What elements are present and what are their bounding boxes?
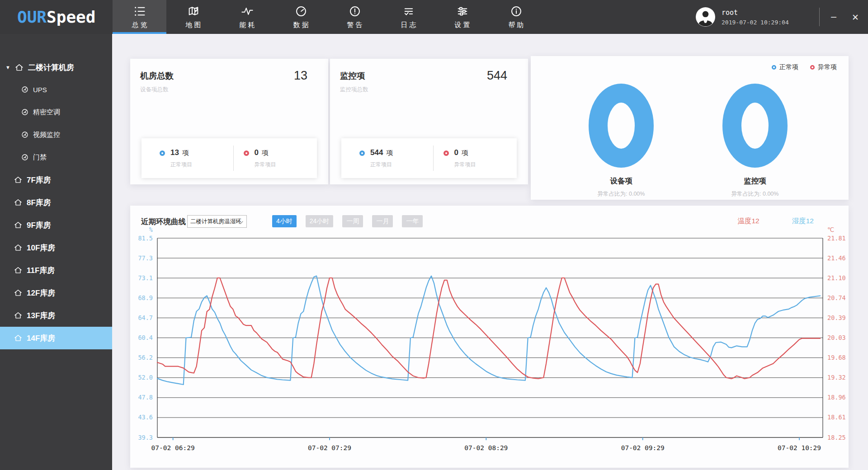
stat-texts: 0项异常项目 (255, 148, 276, 169)
tab-label: 警告 (345, 21, 364, 29)
stat-count: 13 (170, 148, 179, 157)
tab-label: 地图 (184, 21, 203, 29)
alert-icon (349, 5, 361, 18)
tab-label: 能耗 (238, 21, 257, 29)
sidebar-item-video-monitoring[interactable]: 视频监控 (0, 123, 112, 146)
logo-our: OUR (17, 8, 47, 26)
stat-label: 正常项目 (170, 161, 192, 169)
legend-item-abnormal[interactable]: 异常项 (810, 63, 837, 71)
donut-panel: 正常项异常项 设备项异常占比为: 0.00%监控项异常占比为: 0.00% (531, 56, 849, 200)
stat-label: 正常项目 (370, 161, 393, 169)
donut-label: 设备项 (571, 176, 671, 186)
y-right-tick: 21.46 (827, 254, 846, 262)
y-left-tick: 73.1 (138, 274, 153, 282)
y-right-tick: 21.10 (827, 274, 846, 282)
sidebar-item-label: 9F库房 (27, 220, 51, 230)
sidebar-item-10f[interactable]: 10F库房 (0, 236, 112, 259)
y-right-tick: 20.39 (827, 314, 846, 321)
logo-speed: Speed (47, 8, 95, 26)
y-right-tick: 20.74 (827, 294, 846, 301)
abnormal-ring-icon (244, 150, 249, 156)
sidebar-item-label: 7F库房 (27, 175, 51, 185)
home-icon (14, 243, 23, 252)
tab-overview[interactable]: 总览 (113, 0, 166, 34)
tab-energy[interactable]: 能耗 (220, 0, 274, 34)
y-right-tick: 18.25 (827, 434, 846, 441)
home-icon (14, 334, 23, 343)
y-left-tick: 64.7 (138, 314, 153, 321)
close-button[interactable]: ✕ (846, 0, 864, 34)
abnormal-stat: 0项异常项目 (434, 148, 517, 169)
legend-label: 异常项 (818, 63, 837, 71)
tab-alert[interactable]: 警告 (328, 0, 382, 34)
gauge-icon (295, 5, 307, 18)
card-subtitle: 监控项总数 (340, 86, 528, 94)
tab-label: 总览 (130, 21, 149, 29)
monitor-donut-ring (705, 82, 805, 171)
x-tick-label: 07-02 06:29 (151, 444, 195, 451)
ourspeed-logo: OURSpeed (17, 0, 95, 34)
tab-settings[interactable]: 设置 (435, 0, 489, 34)
sliders-icon (456, 5, 469, 18)
tab-map[interactable]: 地图 (166, 0, 220, 34)
stat-count-line: 0项 (255, 148, 276, 157)
stat-count: 0 (255, 148, 259, 157)
sidebar: ▼二楼计算机房UPS精密空调视频监控门禁7F库房8F库房9F库房10F库房11F… (0, 34, 112, 470)
sidebar-item-label: 8F库房 (27, 197, 51, 208)
x-tick-label: 07-02 07:29 (308, 444, 351, 451)
sidebar-item-12f[interactable]: 12F库房 (0, 282, 112, 304)
monitor-donut: 监控项异常占比为: 0.00% (705, 82, 805, 198)
legend-item-normal[interactable]: 正常项 (772, 63, 798, 71)
stat-count: 0 (454, 148, 458, 157)
tab-data[interactable]: 数据 (274, 0, 328, 34)
minimize-button[interactable]: ─ (825, 0, 843, 34)
summary-card-monitor-items: 监控项监控项总数544544项正常项目0项异常项目 (330, 59, 528, 184)
sidebar-item-label: UPS (33, 86, 47, 94)
home-icon (14, 198, 23, 207)
sidebar-item-13f[interactable]: 13F库房 (0, 304, 112, 327)
stat-label: 异常项目 (255, 161, 276, 169)
donut-label: 监控项 (705, 176, 805, 186)
home-icon (14, 288, 23, 297)
sidebar-item-door-access[interactable]: 门禁 (0, 146, 112, 169)
sidebar-item-7f[interactable]: 7F库房 (0, 169, 112, 191)
sidebar-item-label: 12F库房 (27, 288, 55, 298)
home-icon (14, 221, 23, 230)
stat-texts: 544项正常项目 (370, 148, 393, 169)
sidebar-item-11f[interactable]: 11F库房 (0, 259, 112, 282)
list-icon (133, 5, 146, 18)
log-icon (402, 5, 415, 18)
dial-icon (21, 131, 29, 139)
user-datetime: 2019-07-02 10:29:04 (722, 19, 789, 26)
x-tick-label: 07-02 09:29 (621, 444, 665, 451)
tab-help[interactable]: 帮助 (489, 0, 543, 34)
map-icon (187, 5, 200, 18)
sidebar-item-ups[interactable]: UPS (0, 78, 112, 101)
dial-icon (21, 85, 29, 94)
donut-legend: 正常项异常项 (772, 63, 837, 71)
user-block[interactable]: root 2019-07-02 10:29:04 (695, 7, 789, 27)
stat-count-line: 0项 (454, 148, 476, 157)
triangle-down-icon: ▼ (5, 65, 11, 70)
y-right-tick: 19.68 (827, 354, 846, 361)
home-icon (14, 266, 23, 275)
y-left-unit: % (149, 226, 153, 233)
normal-ring-icon (359, 150, 365, 156)
sidebar-item-label: 精密空调 (33, 108, 60, 117)
stat-count-line: 13项 (170, 148, 192, 157)
sidebar-item-8f[interactable]: 8F库房 (0, 191, 112, 214)
y-left-tick: 43.6 (138, 414, 153, 421)
tab-log[interactable]: 日志 (382, 0, 435, 34)
tab-label: 设置 (453, 21, 472, 29)
home-icon (14, 63, 24, 72)
sidebar-item-label: 13F库房 (27, 310, 55, 321)
sidebar-item-precision-ac[interactable]: 精密空调 (0, 101, 112, 123)
sidebar-item-9f[interactable]: 9F库房 (0, 214, 112, 236)
home-icon (14, 311, 23, 320)
y-right-tick: 18.96 (827, 394, 846, 401)
sidebar-group-room-2f[interactable]: ▼二楼计算机房 (0, 56, 112, 78)
window-divider (819, 8, 820, 26)
sidebar-item-label: 14F库房 (27, 333, 55, 343)
sidebar-item-14f[interactable]: 14F库房 (0, 327, 112, 349)
sidebar-item-label: 门禁 (33, 153, 47, 162)
